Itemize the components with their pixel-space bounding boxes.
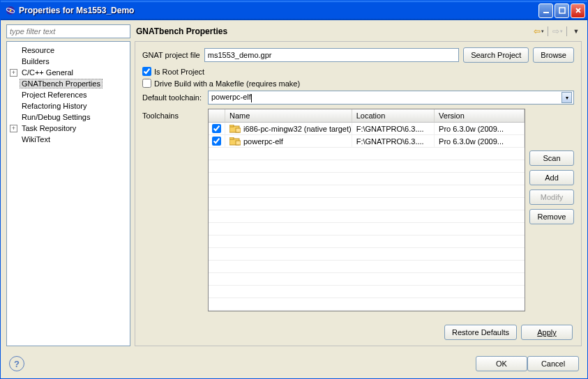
drive-build-checkbox[interactable]	[142, 79, 151, 88]
apply-button[interactable]: Apply	[521, 325, 573, 340]
ok-button[interactable]: OK	[476, 356, 527, 371]
default-toolchain-label: Default toolchain:	[142, 93, 204, 102]
row-checkbox[interactable]	[212, 137, 221, 146]
search-project-button[interactable]: Search Project	[463, 47, 529, 63]
properties-dialog: Properties for Ms1553_Demo ResourceBuild…	[0, 0, 588, 379]
help-icon[interactable]: ?	[9, 356, 24, 371]
tree-item-label: GNATbench Properties	[20, 79, 103, 88]
tree-item-label: WikiText	[20, 134, 52, 144]
close-button[interactable]	[571, 3, 585, 18]
modify-button: Modify	[529, 190, 574, 205]
minimize-button[interactable]	[538, 3, 553, 18]
tree-item[interactable]: WikiText	[8, 134, 128, 145]
tree-item-label: Task Repository	[20, 123, 78, 133]
tree-item[interactable]: Run/Debug Settings	[8, 111, 128, 123]
browse-button[interactable]: Browse	[533, 47, 574, 63]
scan-button[interactable]: Scan	[529, 150, 574, 166]
expand-icon[interactable]: +	[10, 125, 17, 132]
row-checkbox[interactable]	[212, 124, 221, 133]
column-version[interactable]: Version	[435, 109, 525, 122]
root-project-checkbox[interactable]	[142, 67, 151, 76]
svg-rect-4	[559, 8, 565, 13]
chevron-down-icon[interactable]: ▾	[561, 92, 572, 103]
toolchains-table[interactable]: Name Location Version i686-pc-mingw32 (n…	[208, 109, 525, 311]
maximize-button[interactable]	[555, 3, 569, 18]
tree-item-label: Project References	[20, 90, 89, 100]
tree-item-label: Run/Debug Settings	[20, 112, 92, 122]
app-icon	[5, 5, 16, 16]
tree-item[interactable]: +C/C++ General	[8, 67, 128, 78]
tree-item[interactable]: GNATbench Properties	[8, 78, 128, 89]
row-name: powerpc-elf	[243, 137, 283, 146]
row-version: Pro 6.3.0w (2009...	[435, 123, 525, 134]
tree-item-label: Builders	[20, 56, 52, 66]
table-row[interactable]: powerpc-elfF:\GNATPRO\6.3....Pro 6.3.0w …	[209, 135, 525, 148]
project-file-label: GNAT project file	[142, 51, 200, 59]
restore-defaults-button[interactable]: Restore Defaults	[444, 325, 517, 340]
svg-rect-9	[236, 128, 241, 132]
tree-item[interactable]: +Task Repository	[8, 123, 128, 134]
titlebar[interactable]: Properties for Ms1553_Demo	[1, 1, 587, 20]
remove-button[interactable]: Remove	[529, 209, 574, 224]
row-location: F:\GNATPRO\6.3....	[352, 135, 435, 147]
svg-rect-12	[236, 141, 241, 145]
category-tree[interactable]: ResourceBuilders+C/C++ GeneralGNATbench …	[6, 41, 130, 346]
folder-icon	[229, 125, 241, 133]
column-location[interactable]: Location	[352, 109, 435, 122]
filter-input[interactable]	[6, 24, 130, 38]
column-name[interactable]: Name	[225, 109, 352, 122]
svg-rect-3	[543, 12, 549, 13]
tree-item-label: Resource	[20, 45, 56, 55]
toolchains-label: Toolchains	[142, 109, 204, 120]
back-button[interactable]: ⇦▾	[533, 26, 544, 37]
view-menu-button[interactable]: ▼	[571, 26, 582, 37]
root-project-label[interactable]: Is Root Project	[154, 68, 204, 76]
panel-title: GNATbench Properties	[136, 26, 533, 36]
table-row[interactable]: i686-pc-mingw32 (native target)F:\GNATPR…	[209, 123, 525, 135]
tree-item[interactable]: Refactoring History	[8, 100, 128, 111]
drive-build-label[interactable]: Drive Build with a Makefile (requires ma…	[154, 79, 300, 88]
tree-item-label: Refactoring History	[20, 101, 89, 111]
default-toolchain-select[interactable]: powerpc-elf ▾	[208, 91, 574, 105]
folder-icon	[229, 137, 241, 146]
cancel-button[interactable]: Cancel	[527, 356, 579, 371]
row-version: Pro 6.3.0w (2009...	[435, 135, 525, 147]
window-title: Properties for Ms1553_Demo	[19, 6, 538, 15]
svg-rect-8	[229, 125, 234, 127]
forward-button: ⇨▾	[552, 26, 563, 37]
svg-point-2	[10, 10, 12, 12]
expand-icon[interactable]: +	[10, 69, 17, 77]
default-toolchain-value: powerpc-elf	[211, 93, 251, 101]
svg-rect-11	[229, 137, 234, 139]
project-file-input[interactable]	[204, 48, 459, 62]
add-button[interactable]: Add	[529, 170, 574, 185]
row-location: F:\GNATPRO\6.3....	[352, 123, 435, 134]
tree-item-label: C/C++ General	[20, 68, 75, 77]
tree-item[interactable]: Builders	[8, 56, 128, 67]
tree-item[interactable]: Project References	[8, 89, 128, 100]
tree-item[interactable]: Resource	[8, 45, 128, 56]
row-name: i686-pc-mingw32 (native target)	[243, 125, 352, 133]
